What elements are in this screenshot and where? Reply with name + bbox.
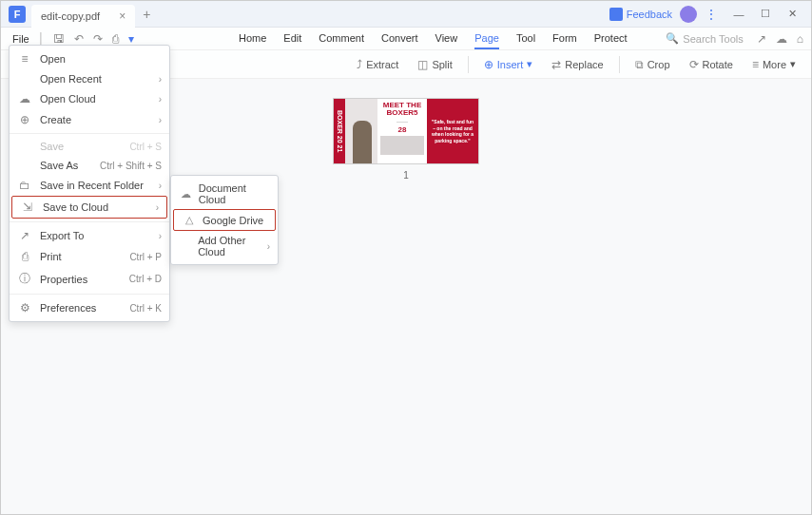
- submenu-item-label: Document Cloud: [199, 182, 270, 205]
- more-button[interactable]: ≡More▾: [744, 55, 803, 74]
- thumb-panel2-num: 28: [380, 125, 424, 134]
- search-placeholder: Search Tools: [683, 33, 743, 45]
- insert-icon: ⊕: [484, 58, 493, 71]
- tab-tool[interactable]: Tool: [516, 29, 535, 49]
- file-menu-item-export-to[interactable]: ↗Export To›: [10, 225, 169, 246]
- tab-protect[interactable]: Protect: [594, 29, 628, 49]
- submenu-item-icon: △: [182, 214, 197, 226]
- menu-item-label: Preferences: [40, 302, 129, 314]
- chevron-right-icon: ›: [267, 241, 270, 252]
- maximize-button[interactable]: ☐: [752, 4, 779, 25]
- menu-item-label: Properties: [40, 274, 129, 285]
- kebab-menu-icon[interactable]: ⋮: [705, 7, 718, 22]
- menu-shortcut: Ctrl + S: [129, 142, 162, 152]
- rotate-icon: ⟳: [689, 58, 699, 71]
- document-tab[interactable]: edit-copy.pdf ×: [31, 5, 135, 28]
- submenu-item-label: Add Other Cloud: [198, 235, 267, 258]
- file-menu-button[interactable]: File: [9, 33, 33, 45]
- rotate-button[interactable]: ⟳Rotate: [682, 55, 741, 74]
- close-tab-icon[interactable]: ×: [119, 10, 126, 23]
- tab-page[interactable]: Page: [474, 29, 499, 49]
- file-menu-item-preferences[interactable]: ⚙PreferencesCtrl + K: [10, 297, 169, 318]
- menu-shortcut: Ctrl + P: [129, 252, 162, 262]
- close-window-button[interactable]: ✕: [779, 4, 805, 25]
- menu-item-label: Create: [40, 114, 159, 125]
- search-icon: 🔍: [666, 32, 679, 45]
- replace-button[interactable]: ⇄Replace: [544, 55, 610, 74]
- save-quick-icon[interactable]: 🖫: [53, 32, 65, 46]
- undo-icon[interactable]: ↶: [74, 32, 84, 46]
- separator: [619, 56, 620, 73]
- file-menu-item-save-to-cloud[interactable]: ⇲Save to Cloud›: [11, 196, 167, 219]
- home-icon[interactable]: ⌂: [797, 32, 803, 46]
- marker-icon[interactable]: ▾: [128, 32, 134, 46]
- more-icon: ≡: [752, 58, 759, 71]
- menu-item-icon: ☁: [17, 92, 32, 105]
- cloud-icon[interactable]: ☁: [776, 32, 787, 46]
- tab-form[interactable]: Form: [552, 29, 577, 49]
- tab-comment[interactable]: Comment: [319, 29, 364, 49]
- share-icon[interactable]: ↗: [757, 32, 766, 46]
- extract-button[interactable]: ⤴Extract: [349, 55, 406, 74]
- menu-item-icon: ⊕: [17, 113, 32, 126]
- page-thumbnail[interactable]: BOXER 20 21 MEET THE BOXER5 ——— 28 "Safe…: [333, 98, 479, 164]
- submenu-item-label: Google Drive: [203, 215, 263, 226]
- menu-item-icon: 🗀: [17, 179, 32, 192]
- menu-item-icon: ↗: [17, 229, 32, 242]
- file-menu-item-properties[interactable]: ⓘPropertiesCtrl + D: [10, 267, 169, 291]
- search-tools[interactable]: 🔍 Search Tools: [666, 32, 743, 45]
- menu-item-label: Print: [40, 251, 129, 262]
- chevron-right-icon: ›: [159, 115, 162, 125]
- insert-button[interactable]: ⊕Insert▾: [476, 55, 541, 74]
- file-dropdown-menu: ≡OpenOpen Recent›☁Open Cloud›⊕Create›Sav…: [9, 45, 170, 322]
- file-menu-item-save-in-recent-folder[interactable]: 🗀Save in Recent Folder›: [10, 175, 169, 196]
- menu-item-label: Save in Recent Folder: [40, 180, 159, 191]
- tab-edit[interactable]: Edit: [283, 29, 301, 49]
- feedback-label: Feedback: [627, 9, 672, 20]
- thumb-panel3-text: "Safe, fast and fun – on the road and wh…: [431, 119, 474, 143]
- file-menu-item-open[interactable]: ≡Open: [10, 48, 169, 69]
- file-menu-item-create[interactable]: ⊕Create›: [10, 109, 169, 130]
- chevron-right-icon: ›: [159, 74, 162, 85]
- menu-separator: [10, 221, 169, 222]
- submenu-item-document-cloud[interactable]: ☁Document Cloud: [171, 179, 278, 209]
- extract-icon: ⤴: [357, 58, 362, 71]
- chevron-right-icon: ›: [159, 181, 162, 191]
- menu-shortcut: Ctrl + K: [129, 303, 162, 314]
- feedback-button[interactable]: Feedback: [609, 8, 672, 21]
- file-menu-item-open-recent[interactable]: Open Recent›: [10, 69, 169, 88]
- menu-separator: [10, 294, 169, 295]
- menu-shortcut: Ctrl + Shift + S: [100, 161, 162, 171]
- feedback-icon: [609, 8, 623, 21]
- file-menu-item-open-cloud[interactable]: ☁Open Cloud›: [10, 88, 169, 109]
- menu-item-label: Save As: [40, 160, 100, 171]
- submenu-item-add-other-cloud[interactable]: Add Other Cloud›: [171, 231, 278, 261]
- tab-home[interactable]: Home: [239, 29, 266, 49]
- user-avatar[interactable]: [680, 6, 697, 23]
- crop-button[interactable]: ⧉Crop: [628, 55, 678, 74]
- minimize-button[interactable]: —: [725, 4, 752, 25]
- file-menu-item-print[interactable]: ⎙PrintCtrl + P: [10, 246, 169, 267]
- split-button[interactable]: ◫Split: [410, 55, 459, 74]
- tab-view[interactable]: View: [435, 29, 458, 49]
- tab-convert[interactable]: Convert: [381, 29, 418, 49]
- menu-item-label: Save: [40, 141, 129, 152]
- menu-item-icon: ≡: [17, 52, 32, 66]
- submenu-item-icon: ☁: [179, 188, 193, 200]
- new-tab-button[interactable]: +: [143, 7, 150, 22]
- replace-icon: ⇄: [551, 58, 561, 71]
- file-menu-item-save-as[interactable]: Save AsCtrl + Shift + S: [10, 156, 169, 175]
- redo-icon[interactable]: ↷: [93, 32, 103, 46]
- app-icon: F: [9, 6, 26, 23]
- submenu-item-google-drive[interactable]: △Google Drive: [173, 209, 276, 231]
- menu-shortcut: Ctrl + D: [129, 274, 162, 284]
- print-quick-icon[interactable]: ⎙: [112, 32, 119, 46]
- thumb-panel2-title2: BOXER5: [380, 109, 424, 117]
- crop-icon: ⧉: [635, 58, 644, 71]
- menu-item-icon: ⇲: [20, 200, 35, 214]
- menu-item-label: Open Cloud: [40, 93, 159, 105]
- chevron-right-icon: ›: [159, 94, 162, 105]
- menu-item-label: Export To: [40, 230, 159, 241]
- menu-item-label: Open: [40, 53, 162, 65]
- chevron-right-icon: ›: [159, 231, 162, 241]
